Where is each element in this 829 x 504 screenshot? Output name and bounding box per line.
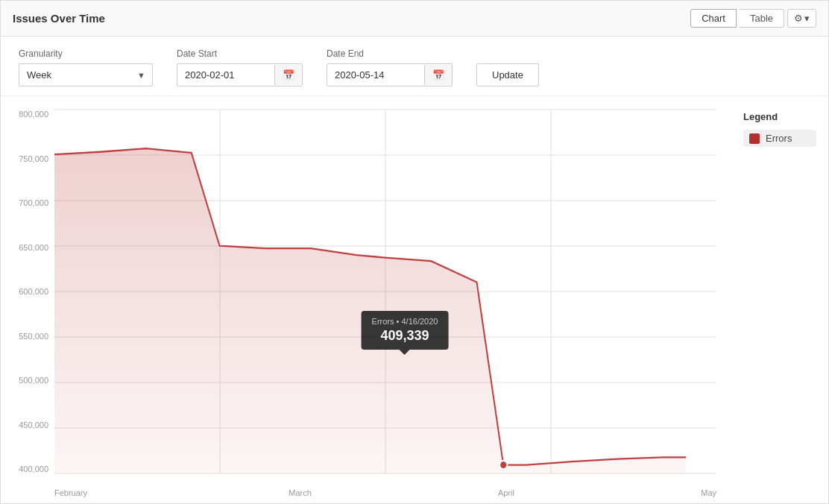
- tab-chart[interactable]: Chart: [690, 9, 737, 28]
- legend-panel: Legend Errors: [731, 102, 828, 503]
- update-button[interactable]: Update: [476, 63, 539, 86]
- tab-table[interactable]: Table: [740, 9, 784, 28]
- chevron-down-icon: ▾: [804, 13, 810, 24]
- legend-title: Legend: [743, 111, 816, 122]
- y-label-500k: 500,000: [19, 376, 48, 385]
- y-axis: 800,000 750,000 700,000 650,000 600,000 …: [1, 110, 54, 473]
- x-label-february: February: [54, 488, 87, 497]
- date-start-calendar-button[interactable]: 📅: [274, 65, 302, 85]
- granularity-select[interactable]: Week Day Month: [19, 63, 153, 86]
- legend-dot-errors: [749, 133, 760, 144]
- header: Issues Over Time Chart Table ⚙ ▾: [1, 1, 828, 37]
- y-label-550k: 550,000: [19, 332, 48, 341]
- legend-label-errors: Errors: [766, 133, 792, 144]
- date-start-wrapper: 📅: [177, 63, 303, 86]
- chart-tooltip-dot: [499, 461, 507, 469]
- chart-canvas: Errors • 4/16/2020 409,339: [54, 110, 716, 473]
- date-end-group: Date End 📅: [327, 48, 453, 86]
- header-controls: Chart Table ⚙ ▾: [690, 9, 816, 28]
- y-label-600k: 600,000: [19, 287, 48, 296]
- y-label-450k: 450,000: [19, 420, 48, 429]
- chart-area: 800,000 750,000 700,000 650,000 600,000 …: [1, 96, 828, 503]
- calendar-icon: 📅: [283, 69, 294, 81]
- main-container: Issues Over Time Chart Table ⚙ ▾ Granula…: [0, 0, 829, 504]
- date-end-input[interactable]: [327, 64, 424, 86]
- date-end-wrapper: 📅: [327, 63, 453, 86]
- x-label-march: March: [289, 488, 312, 497]
- y-label-700k: 700,000: [19, 198, 48, 207]
- granularity-label: Granularity: [19, 48, 153, 59]
- x-label-april: April: [498, 488, 514, 497]
- gear-icon: ⚙: [794, 13, 803, 24]
- y-label-800k: 800,000: [19, 110, 48, 119]
- chart-main: 800,000 750,000 700,000 650,000 600,000 …: [1, 102, 731, 503]
- date-end-label: Date End: [327, 48, 453, 59]
- x-label-may: May: [701, 488, 716, 497]
- granularity-group: Granularity Week Day Month ▼: [19, 48, 153, 86]
- date-start-label: Date Start: [177, 48, 303, 59]
- date-start-input[interactable]: [177, 64, 274, 86]
- chart-area-fill: [54, 148, 686, 473]
- gear-button[interactable]: ⚙ ▾: [787, 9, 816, 28]
- chart-svg: [54, 110, 716, 473]
- calendar-icon-2: 📅: [432, 69, 444, 81]
- page-title: Issues Over Time: [13, 12, 105, 25]
- granularity-select-wrapper: Week Day Month ▼: [19, 63, 153, 86]
- x-axis: February March April May: [54, 488, 716, 497]
- y-label-400k: 400,000: [19, 464, 48, 473]
- date-end-calendar-button[interactable]: 📅: [424, 65, 452, 85]
- y-label-750k: 750,000: [19, 154, 48, 163]
- legend-item-errors: Errors: [743, 130, 816, 147]
- controls-row: Granularity Week Day Month ▼ Date Start …: [1, 37, 828, 96]
- y-label-650k: 650,000: [19, 243, 48, 252]
- date-start-group: Date Start 📅: [177, 48, 303, 86]
